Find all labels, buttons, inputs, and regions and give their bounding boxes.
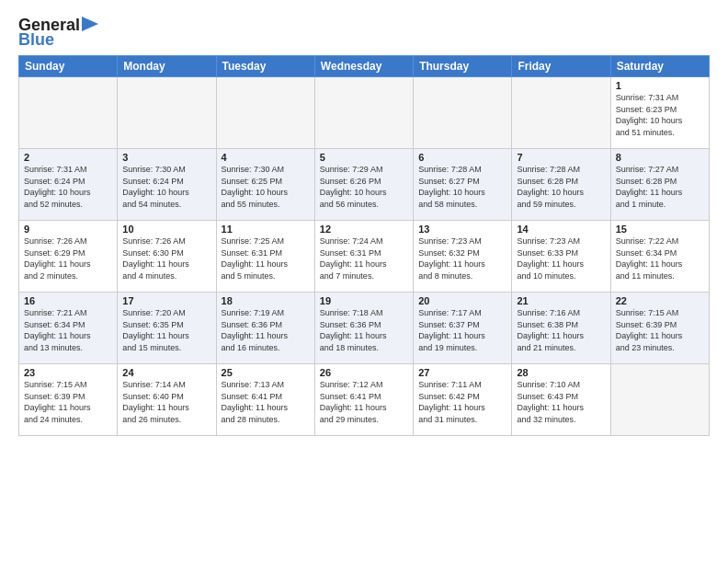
calendar-cell: 19Sunrise: 7:18 AM Sunset: 6:36 PM Dayli… <box>314 293 413 364</box>
day-number: 18 <box>222 295 310 306</box>
day-info: Sunrise: 7:14 AM Sunset: 6:40 PM Dayligh… <box>122 379 210 425</box>
day-number: 22 <box>616 295 704 306</box>
calendar-cell <box>314 77 413 149</box>
calendar-cell: 7Sunrise: 7:28 AM Sunset: 6:28 PM Daylig… <box>512 149 610 221</box>
calendar-cell: 16Sunrise: 7:21 AM Sunset: 6:34 PM Dayli… <box>19 293 118 364</box>
day-info: Sunrise: 7:30 AM Sunset: 6:25 PM Dayligh… <box>222 164 310 210</box>
calendar-cell: 15Sunrise: 7:22 AM Sunset: 6:34 PM Dayli… <box>610 221 709 293</box>
day-info: Sunrise: 7:12 AM Sunset: 6:41 PM Dayligh… <box>320 379 408 425</box>
logo-blue: Blue <box>18 31 98 48</box>
calendar-cell: 24Sunrise: 7:14 AM Sunset: 6:40 PM Dayli… <box>118 364 216 436</box>
calendar-cell <box>512 77 610 149</box>
day-number: 23 <box>24 367 112 378</box>
day-number: 17 <box>122 295 210 306</box>
day-info: Sunrise: 7:28 AM Sunset: 6:28 PM Dayligh… <box>517 164 605 210</box>
calendar-cell <box>118 77 216 149</box>
calendar-cell: 10Sunrise: 7:26 AM Sunset: 6:30 PM Dayli… <box>118 221 216 293</box>
day-number: 14 <box>517 224 605 235</box>
calendar-cell: 2Sunrise: 7:31 AM Sunset: 6:24 PM Daylig… <box>19 149 118 221</box>
calendar-cell <box>216 77 314 149</box>
day-number: 10 <box>122 224 210 235</box>
day-info: Sunrise: 7:31 AM Sunset: 6:23 PM Dayligh… <box>616 92 704 138</box>
weekday-header-saturday: Saturday <box>610 56 709 77</box>
calendar-table: SundayMondayTuesdayWednesdayThursdayFrid… <box>18 55 710 436</box>
calendar-cell: 5Sunrise: 7:29 AM Sunset: 6:26 PM Daylig… <box>314 149 413 221</box>
calendar-cell: 1Sunrise: 7:31 AM Sunset: 6:23 PM Daylig… <box>610 77 709 149</box>
day-info: Sunrise: 7:24 AM Sunset: 6:31 PM Dayligh… <box>320 236 408 282</box>
day-number: 9 <box>24 224 112 235</box>
calendar-cell: 25Sunrise: 7:13 AM Sunset: 6:41 PM Dayli… <box>216 364 314 436</box>
day-number: 5 <box>320 152 408 163</box>
calendar-cell: 18Sunrise: 7:19 AM Sunset: 6:36 PM Dayli… <box>216 293 314 364</box>
calendar-week-row: 16Sunrise: 7:21 AM Sunset: 6:34 PM Dayli… <box>19 293 710 364</box>
day-info: Sunrise: 7:13 AM Sunset: 6:41 PM Dayligh… <box>222 379 310 425</box>
calendar-cell <box>610 364 709 436</box>
calendar-cell: 9Sunrise: 7:26 AM Sunset: 6:29 PM Daylig… <box>19 221 118 293</box>
weekday-header-sunday: Sunday <box>19 56 118 77</box>
page: General Blue SundayMondayTuesdayWednesda… <box>0 0 728 445</box>
weekday-header-row: SundayMondayTuesdayWednesdayThursdayFrid… <box>19 56 710 77</box>
day-info: Sunrise: 7:15 AM Sunset: 6:39 PM Dayligh… <box>24 379 112 425</box>
logo: General Blue <box>18 17 98 48</box>
weekday-header-tuesday: Tuesday <box>216 56 314 77</box>
day-info: Sunrise: 7:27 AM Sunset: 6:28 PM Dayligh… <box>616 164 704 210</box>
day-number: 6 <box>418 152 506 163</box>
calendar-cell: 3Sunrise: 7:30 AM Sunset: 6:24 PM Daylig… <box>118 149 216 221</box>
day-number: 26 <box>320 367 408 378</box>
weekday-header-thursday: Thursday <box>414 56 512 77</box>
day-info: Sunrise: 7:22 AM Sunset: 6:34 PM Dayligh… <box>616 236 704 282</box>
calendar-cell: 11Sunrise: 7:25 AM Sunset: 6:31 PM Dayli… <box>216 221 314 293</box>
day-number: 28 <box>517 367 605 378</box>
calendar-cell: 12Sunrise: 7:24 AM Sunset: 6:31 PM Dayli… <box>314 221 413 293</box>
day-number: 16 <box>24 295 112 306</box>
day-info: Sunrise: 7:16 AM Sunset: 6:38 PM Dayligh… <box>517 307 605 353</box>
calendar-week-row: 1Sunrise: 7:31 AM Sunset: 6:23 PM Daylig… <box>19 77 710 149</box>
calendar-cell: 27Sunrise: 7:11 AM Sunset: 6:42 PM Dayli… <box>414 364 512 436</box>
day-number: 27 <box>418 367 506 378</box>
day-info: Sunrise: 7:25 AM Sunset: 6:31 PM Dayligh… <box>222 236 310 282</box>
calendar-cell: 28Sunrise: 7:10 AM Sunset: 6:43 PM Dayli… <box>512 364 610 436</box>
day-info: Sunrise: 7:20 AM Sunset: 6:35 PM Dayligh… <box>122 307 210 353</box>
logo-flag-icon <box>82 17 98 31</box>
day-info: Sunrise: 7:23 AM Sunset: 6:33 PM Dayligh… <box>517 236 605 282</box>
calendar-cell: 23Sunrise: 7:15 AM Sunset: 6:39 PM Dayli… <box>19 364 118 436</box>
calendar-week-row: 2Sunrise: 7:31 AM Sunset: 6:24 PM Daylig… <box>19 149 710 221</box>
weekday-header-friday: Friday <box>512 56 610 77</box>
day-info: Sunrise: 7:29 AM Sunset: 6:26 PM Dayligh… <box>320 164 408 210</box>
day-info: Sunrise: 7:31 AM Sunset: 6:24 PM Dayligh… <box>24 164 112 210</box>
calendar-cell: 22Sunrise: 7:15 AM Sunset: 6:39 PM Dayli… <box>610 293 709 364</box>
day-info: Sunrise: 7:26 AM Sunset: 6:29 PM Dayligh… <box>24 236 112 282</box>
calendar-cell <box>414 77 512 149</box>
calendar-cell: 13Sunrise: 7:23 AM Sunset: 6:32 PM Dayli… <box>414 221 512 293</box>
calendar-cell <box>19 77 118 149</box>
day-number: 25 <box>222 367 310 378</box>
calendar-week-row: 23Sunrise: 7:15 AM Sunset: 6:39 PM Dayli… <box>19 364 710 436</box>
calendar-cell: 4Sunrise: 7:30 AM Sunset: 6:25 PM Daylig… <box>216 149 314 221</box>
day-number: 13 <box>418 224 506 235</box>
day-info: Sunrise: 7:26 AM Sunset: 6:30 PM Dayligh… <box>122 236 210 282</box>
day-number: 7 <box>517 152 605 163</box>
calendar-cell: 20Sunrise: 7:17 AM Sunset: 6:37 PM Dayli… <box>414 293 512 364</box>
day-info: Sunrise: 7:28 AM Sunset: 6:27 PM Dayligh… <box>418 164 506 210</box>
header: General Blue <box>18 17 710 48</box>
day-number: 11 <box>222 224 310 235</box>
calendar-cell: 26Sunrise: 7:12 AM Sunset: 6:41 PM Dayli… <box>314 364 413 436</box>
svg-marker-0 <box>82 17 98 31</box>
day-number: 4 <box>222 152 310 163</box>
day-info: Sunrise: 7:30 AM Sunset: 6:24 PM Dayligh… <box>122 164 210 210</box>
calendar-cell: 6Sunrise: 7:28 AM Sunset: 6:27 PM Daylig… <box>414 149 512 221</box>
calendar-cell: 8Sunrise: 7:27 AM Sunset: 6:28 PM Daylig… <box>610 149 709 221</box>
day-number: 20 <box>418 295 506 306</box>
day-number: 2 <box>24 152 112 163</box>
day-number: 21 <box>517 295 605 306</box>
calendar-cell: 21Sunrise: 7:16 AM Sunset: 6:38 PM Dayli… <box>512 293 610 364</box>
day-info: Sunrise: 7:19 AM Sunset: 6:36 PM Dayligh… <box>222 307 310 353</box>
day-number: 8 <box>616 152 704 163</box>
weekday-header-monday: Monday <box>118 56 216 77</box>
day-number: 3 <box>122 152 210 163</box>
day-info: Sunrise: 7:17 AM Sunset: 6:37 PM Dayligh… <box>418 307 506 353</box>
day-info: Sunrise: 7:10 AM Sunset: 6:43 PM Dayligh… <box>517 379 605 425</box>
day-number: 15 <box>616 224 704 235</box>
day-info: Sunrise: 7:21 AM Sunset: 6:34 PM Dayligh… <box>24 307 112 353</box>
day-info: Sunrise: 7:15 AM Sunset: 6:39 PM Dayligh… <box>616 307 704 353</box>
